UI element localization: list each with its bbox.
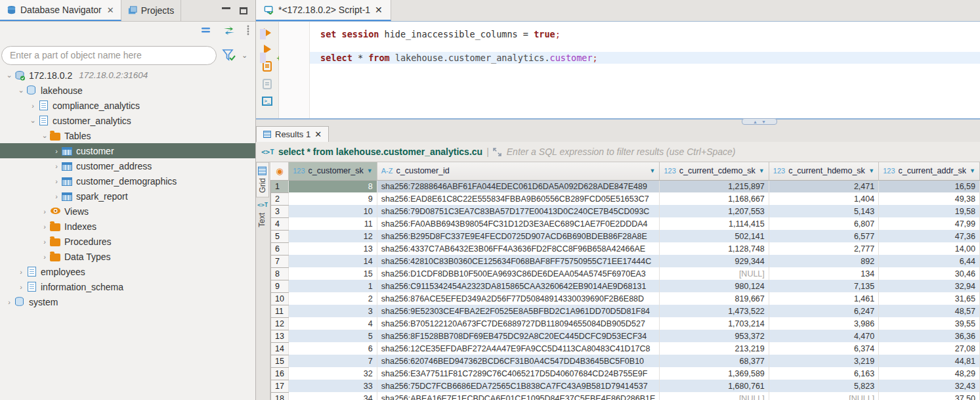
cell-c_current_hdemo_sk[interactable]: 7,135 [769,280,878,292]
cell-c_customer_sk[interactable]: 8 [289,180,377,192]
maximize-icon[interactable] [240,7,247,14]
row-header[interactable]: 17 [271,380,289,392]
sql-console-icon[interactable]: >_ [262,97,272,106]
cell-c_current_cdemo_sk[interactable]: 502,141 [660,230,769,242]
close-icon[interactable]: ✕ [375,5,383,15]
chevron-collapsed-icon[interactable]: › [39,223,50,231]
cell-c_customer_id[interactable]: sha256:4337C7AB6432E3B06FF4A3636FD2F8CC8… [377,242,660,255]
column-header-c_current_cdemo_sk[interactable]: 123c_current_cdemo_sk▼ [660,162,769,180]
row-header[interactable]: 10 [271,292,289,305]
row-header[interactable]: 13 [271,330,289,342]
cell-c_current_cdemo_sk[interactable]: 819,667 [660,292,769,305]
chevron-collapsed-icon[interactable]: › [51,147,62,155]
chevron-expanded-icon[interactable]: ⌄ [39,131,50,140]
tree-item-procedures[interactable]: ›Procedures [0,234,255,249]
cell-c_customer_id[interactable]: sha256:72888646ABF61FA044EDEC061D6DA5A09… [377,180,660,192]
tab-results-1[interactable]: Results 1 ✕ [256,126,329,142]
cell-c_current_addr_sk[interactable]: 48,29 [879,367,980,380]
cell-c_current_hdemo_sk[interactable]: 5,823 [769,380,878,392]
cell-c_current_cdemo_sk[interactable]: 213,219 [660,342,769,355]
chevron-collapsed-icon[interactable]: › [16,283,26,291]
table-row[interactable]: 411sha256:FA0ABB6943B98054FC31D12D3E3AEC… [271,217,980,230]
cell-c_customer_id[interactable]: sha256:75DC7FCB6686EDA72565C1B838CA7FC43… [377,380,660,392]
table-row[interactable]: 29sha256:EAD8E61C8C22E555834FBBA9B60556C… [271,192,980,205]
cell-c_customer_sk[interactable]: 7 [289,355,377,367]
table-row[interactable]: 714sha256:42810C83B0360CE125634F068BAF8F… [271,255,980,267]
cell-c_current_cdemo_sk[interactable]: 1,215,897 [660,180,769,192]
tab-sql-script[interactable]: *<172.18.0.2> Script-1 ✕ [256,0,391,21]
cell-c_current_addr_sk[interactable]: 37,50 [879,392,980,400]
cell-c_customer_sk[interactable]: 13 [289,242,377,255]
row-header[interactable]: 1 [271,180,289,192]
row-header[interactable]: 18 [271,392,289,400]
result-table[interactable]: ◉123c_customer_sk▼A-Zc_customer_id▼123c_… [270,162,980,400]
tree-item-customer-analytics[interactable]: ⌄customer_analytics [0,113,255,128]
sort-dropdown-icon[interactable]: ▼ [969,167,975,174]
chevron-collapsed-icon[interactable]: › [39,238,50,246]
cell-c_customer_sk[interactable]: 34 [289,392,377,400]
cell-c_current_addr_sk[interactable]: 16,59 [879,180,980,192]
table-row[interactable]: 113sha256:9E52303CE4FBA2E2F0525E8A5BFBD2… [271,305,980,317]
chevron-collapsed-icon[interactable]: › [51,192,62,200]
grid-corner-cell[interactable]: ◉ [271,162,289,180]
cell-c_current_addr_sk[interactable]: 36,36 [879,330,980,342]
tree-item-system[interactable]: ›system [0,294,255,309]
column-header-c_customer_sk[interactable]: 123c_customer_sk▼ [289,162,377,180]
cell-c_customer_sk[interactable]: 33 [289,380,377,392]
cell-c_current_addr_sk[interactable]: 31,65 [879,292,980,305]
cell-c_current_cdemo_sk[interactable]: 1,128,748 [660,242,769,255]
cell-c_current_addr_sk[interactable]: 39,55 [879,317,980,330]
table-row[interactable]: 310sha256:79D08751C3EA7C83BA57D177E00413… [271,205,980,217]
cell-c_current_addr_sk[interactable]: 19,58 [879,205,980,217]
tree-item-customer-address[interactable]: ›customer_address [0,158,255,173]
cell-c_current_addr_sk[interactable]: 6,44 [879,255,980,267]
cell-c_customer_sk[interactable]: 5 [289,330,377,342]
cell-c_customer_id[interactable]: sha256:B295D8FC337E9E4FECD0725D907ACD6B6… [377,230,660,242]
chevron-collapsed-icon[interactable]: › [16,268,26,276]
view-menu-icon[interactable] [246,25,250,35]
table-row[interactable]: 1632sha256:E3A77511F81C7289C76C4065217D5… [271,367,980,380]
cell-c_current_hdemo_sk[interactable]: 1,461 [769,292,878,305]
tree-item-lakehouse[interactable]: ⌄lakehouse [0,83,255,98]
cell-c_customer_id[interactable]: sha256:79D08751C3EA7C83BA57D177E00413D0C… [377,205,660,217]
cell-c_current_cdemo_sk[interactable]: 68,377 [660,355,769,367]
column-header-c_current_addr_sk[interactable]: 123c_current_addr_sk▼ [879,162,980,180]
tree-item-tables[interactable]: ⌄Tables [0,128,255,143]
side-tab-grid[interactable]: Grid [256,162,269,198]
results-filter-bar[interactable]: <>T select * from lakehouse.customer_ana… [256,142,980,162]
chevron-expanded-icon[interactable]: ⌄ [16,86,26,95]
row-header[interactable]: 15 [271,355,289,367]
cell-c_customer_id[interactable]: sha256:876ACE5EFED349A2D56F77D5084891433… [377,292,660,305]
row-header[interactable]: 8 [271,267,289,280]
cell-c_current_hdemo_sk[interactable]: 4,470 [769,330,878,342]
cell-c_customer_sk[interactable]: 1 [289,280,377,292]
cell-c_customer_sk[interactable]: 2 [289,292,377,305]
cell-c_current_hdemo_sk[interactable]: 2,471 [769,180,878,192]
cell-c_current_hdemo_sk[interactable]: [NULL] [769,392,878,400]
cell-c_current_hdemo_sk[interactable]: 1,404 [769,192,878,205]
cell-c_customer_id[interactable]: sha256:B705122120A673FC7DE6889727DB11809… [377,317,660,330]
table-row[interactable]: 102sha256:876ACE5EFED349A2D56F77D5084891… [271,292,980,305]
cell-c_current_hdemo_sk[interactable]: 6,807 [769,217,878,230]
sort-dropdown-icon[interactable]: ▼ [367,167,373,174]
cell-c_current_hdemo_sk[interactable]: 892 [769,255,878,267]
table-row[interactable]: 135sha256:8F1528BB708DF69EB475DC92A8C20E… [271,330,980,342]
chevron-down-icon[interactable]: ⌄ [242,51,247,60]
cell-c_customer_id[interactable]: sha256:EAD8E61C8C22E555834FBBA9B60556CB2… [377,192,660,205]
cell-c_current_cdemo_sk[interactable]: 1,369,589 [660,367,769,380]
explain-plan-icon[interactable] [263,79,272,89]
table-row[interactable]: 146sha256:12CE35EFDABF272A4A47E9FA9CC5D4… [271,342,980,355]
table-row[interactable]: 1733sha256:75DC7FCB6686EDA72565C1B838CA7… [271,380,980,392]
cell-c_customer_id[interactable]: sha256:ABEA16E7E1ECBDCA6E01CE1095D84E37C… [377,392,660,400]
row-header[interactable]: 2 [271,192,289,205]
row-header[interactable]: 6 [271,242,289,255]
column-header-c_customer_id[interactable]: A-Zc_customer_id▼ [377,162,660,180]
code-line[interactable]: select * from lakehouse.customer_analyti… [310,52,980,64]
sort-dropdown-icon[interactable]: ▼ [868,167,874,174]
cell-c_current_cdemo_sk[interactable]: 980,124 [660,280,769,292]
cell-c_customer_id[interactable]: sha256:42810C83B0360CE125634F068BAF8FF75… [377,255,660,267]
row-header[interactable]: 5 [271,230,289,242]
code-line[interactable] [310,40,980,52]
sort-dropdown-icon[interactable]: ▼ [649,167,655,174]
row-header[interactable]: 11 [271,305,289,317]
